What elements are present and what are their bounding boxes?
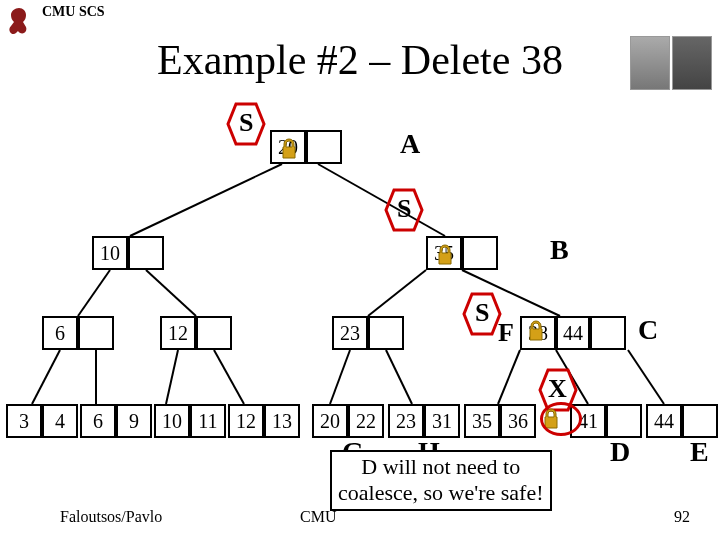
header-org: CMU SCS	[42, 4, 105, 20]
svg-line-0	[130, 164, 282, 236]
cell: 22	[348, 406, 382, 436]
cell: 31	[424, 406, 458, 436]
delete-target-circle	[540, 402, 582, 436]
cell: 12	[162, 318, 196, 348]
label-B: B	[550, 234, 569, 266]
label-F: F	[498, 318, 514, 348]
cell: 4	[42, 406, 76, 436]
cell: 10	[94, 238, 128, 268]
leaf-5-G: 20 22	[312, 404, 384, 438]
svg-line-3	[146, 270, 196, 316]
lock-icon	[434, 244, 456, 266]
cmu-logo	[4, 6, 34, 38]
cell: 23	[390, 406, 424, 436]
annotation-line1: D will not need to	[338, 454, 544, 480]
leaf-9-E: 44	[646, 404, 718, 438]
cell-empty	[196, 318, 230, 348]
label-D: D	[610, 436, 630, 468]
cell-empty	[462, 238, 496, 268]
svg-line-12	[498, 350, 520, 404]
label-S1: S	[239, 108, 253, 138]
cell-empty	[78, 318, 112, 348]
cell: 6	[82, 406, 116, 436]
cell-empty	[606, 406, 640, 436]
label-S3: S	[475, 298, 489, 328]
cell: 44	[648, 406, 682, 436]
label-A: A	[400, 128, 420, 160]
leaf-4: 12 13	[228, 404, 300, 438]
cell: 3	[8, 406, 42, 436]
node-B-left: 10	[92, 236, 164, 270]
label-S2: S	[397, 194, 411, 224]
svg-line-14	[628, 350, 664, 404]
cell: 23	[334, 318, 368, 348]
cell-empty	[682, 406, 716, 436]
svg-line-1	[318, 164, 445, 236]
cell: 12	[230, 406, 264, 436]
leaf-7-D: 35 36	[464, 404, 536, 438]
node-C2: 12	[160, 316, 232, 350]
svg-line-4	[368, 270, 426, 316]
cell: 11	[190, 406, 224, 436]
node-C3: 23	[332, 316, 404, 350]
cell-empty	[590, 318, 624, 348]
svg-line-6	[32, 350, 60, 404]
lock-icon	[525, 320, 547, 342]
svg-line-11	[386, 350, 412, 404]
leaf-3: 10 11	[154, 404, 226, 438]
label-C: C	[638, 314, 658, 346]
cell-empty	[306, 132, 340, 162]
cell-empty	[368, 318, 402, 348]
svg-line-8	[166, 350, 178, 404]
node-C1: 6	[42, 316, 114, 350]
cell: 6	[44, 318, 78, 348]
svg-line-9	[214, 350, 244, 404]
leaf-6-H: 23 31	[388, 404, 460, 438]
cell: 35	[466, 406, 500, 436]
cell: 20	[314, 406, 348, 436]
cell: 13	[264, 406, 298, 436]
annotation-line2: coalesce, so we're safe!	[338, 480, 544, 506]
slide-title: Example #2 – Delete 38	[0, 36, 720, 84]
cell: 44	[556, 318, 590, 348]
cell: 10	[156, 406, 190, 436]
cell: 36	[500, 406, 534, 436]
footer-center: CMU	[300, 508, 336, 526]
label-E: E	[690, 436, 709, 468]
cell-empty	[128, 238, 162, 268]
svg-line-10	[330, 350, 350, 404]
lock-icon	[278, 138, 300, 160]
leaf-1: 3 4	[6, 404, 78, 438]
slide-number: 92	[674, 508, 690, 526]
svg-line-2	[78, 270, 110, 316]
annotation-box: D will not need to coalesce, so we're sa…	[330, 450, 552, 511]
label-X: X	[548, 374, 567, 404]
leaf-2: 6 9	[80, 404, 152, 438]
footer-authors: Faloutsos/Pavlo	[60, 508, 162, 526]
cell: 9	[116, 406, 150, 436]
